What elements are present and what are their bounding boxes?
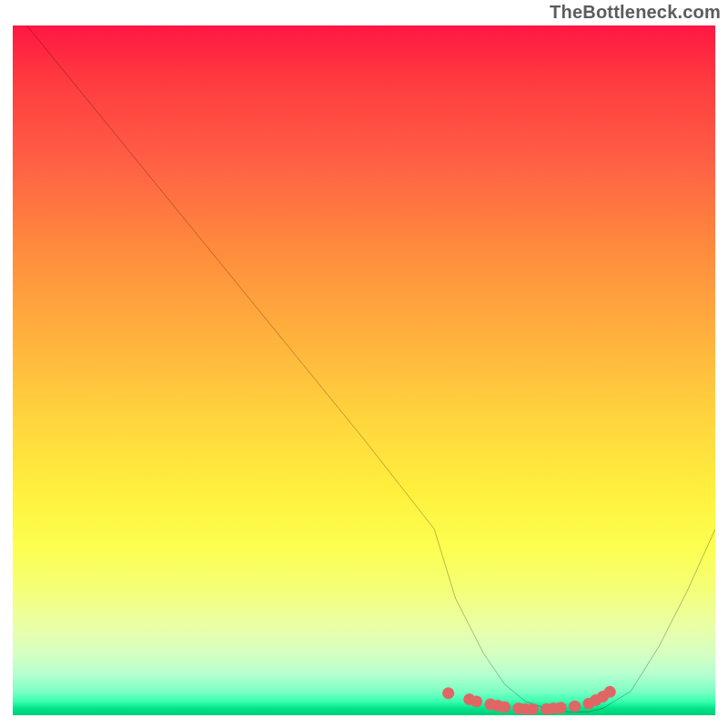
valley-dots [442,686,616,715]
valley-dot [555,702,567,713]
plot-area [13,25,715,715]
valley-dot [527,703,539,715]
valley-dot [499,701,511,713]
bottleneck-curve [26,25,715,712]
valley-dot [442,687,454,699]
valley-dot [569,701,581,713]
attribution-text: TheBottleneck.com [550,2,721,23]
valley-dot [470,695,482,707]
valley-dot [604,686,616,698]
chart-svg [13,25,715,715]
chart-container: TheBottleneck.com [0,0,728,728]
